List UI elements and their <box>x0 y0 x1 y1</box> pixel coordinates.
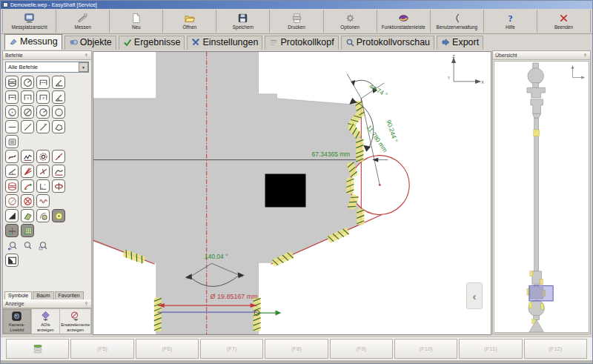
tool-circle-diameter-icon[interactable] <box>21 105 34 119</box>
tab-export[interactable]: Export <box>437 36 483 50</box>
tool-circle-crossed-icon[interactable] <box>21 194 34 208</box>
hatch-group <box>356 150 363 162</box>
tool-plane-black-icon[interactable] <box>5 209 19 222</box>
tool-circle-r-icon[interactable] <box>36 105 50 119</box>
aoi-visibility-button[interactable]: AOIs anzeigen <box>32 309 61 334</box>
toolbar-button-label: Speichern <box>233 24 254 30</box>
view-tab-symbole[interactable]: Symbole <box>4 291 32 300</box>
tool-curve-zigzag-icon[interactable] <box>21 150 34 163</box>
function-key-f6-button[interactable]: (F6) <box>136 339 199 359</box>
tool-waviness-icon[interactable] <box>36 194 50 208</box>
function-key-f11-button[interactable]: (F11) <box>459 339 522 359</box>
tool-cylinder-icon[interactable] <box>5 76 19 89</box>
function-key-f7-button[interactable]: (F7) <box>200 339 263 359</box>
collapse-overview-button[interactable]: ‹ <box>466 282 483 309</box>
zoom-rect-icon[interactable] <box>36 239 50 252</box>
tab-protokollvorschau-icon <box>345 38 354 47</box>
tool-curve-peak-icon <box>54 167 64 176</box>
view-tab-baum[interactable]: Baum <box>33 291 53 300</box>
function-key-f9-button[interactable]: (F9) <box>330 339 393 359</box>
tool-rotation-icon <box>54 182 64 191</box>
function-key-f10-button[interactable]: (F10) <box>394 339 457 359</box>
tool-cylinder-red-icon[interactable] <box>5 179 19 193</box>
tool-circle-radius-icon[interactable] <box>21 76 34 89</box>
hilfe-button[interactable]: ?Hilfe <box>484 10 537 33</box>
tool-distance-z-icon[interactable]: z <box>36 90 50 104</box>
öffnen-button[interactable]: Öffnen <box>163 10 216 33</box>
aoi-visibility-icon <box>40 311 51 322</box>
tool-circle-r-icon <box>39 107 48 117</box>
new-document-icon <box>130 13 142 24</box>
tool-line-horizontal-icon[interactable] <box>5 120 19 133</box>
neu-button[interactable]: Neu <box>110 10 163 33</box>
command-filter-dropdown[interactable]: Alle Befehle ▼ <box>5 62 89 73</box>
messen-button[interactable]: Messen <box>56 10 110 33</box>
tab-messung[interactable]: Messung <box>4 34 62 50</box>
length-dimension-label: 67.34365 mm <box>312 150 351 158</box>
tool-distance-x-icon[interactable] <box>5 90 19 104</box>
function-keys-icon <box>398 13 409 24</box>
pin-icon[interactable] <box>583 53 588 59</box>
zoom-out-icon[interactable] <box>5 239 19 252</box>
pin-icon[interactable] <box>84 301 89 307</box>
tool-axes-icon[interactable]: zx <box>36 179 50 193</box>
benutzerverwaltung-button[interactable]: Benutzerverwaltung <box>431 10 484 33</box>
drucken-button[interactable]: Drucken <box>270 10 323 33</box>
tool-curve-circle-icon[interactable] <box>36 150 50 163</box>
substitute-elements-button[interactable]: Ersatzelemente anzeigen <box>60 309 91 334</box>
measurement-canvas[interactable]: 67.34365 mm 44.74 ° 90.244 ° 11.780 mm 1… <box>93 51 491 335</box>
camera-live-button[interactable]: Kamera-Livebild <box>3 309 32 334</box>
function-key-f5-button[interactable]: (F5) <box>70 339 133 359</box>
zoom-in-icon[interactable] <box>21 239 34 252</box>
tool-circle-center-icon[interactable]: c <box>5 105 19 119</box>
tool-rotation-icon[interactable] <box>52 179 65 193</box>
tab-protokollvorschau[interactable]: Protokollvorschau <box>341 36 434 50</box>
tool-circle-highlight-icon[interactable] <box>52 209 65 222</box>
messplatzansicht-button[interactable]: Messplatzansicht <box>2 10 56 33</box>
title-bar[interactable]: Demowelle.wep - EasyShaft [Service] <box>1 1 592 9</box>
speichern-button[interactable]: Speichern <box>216 10 270 33</box>
tool-distance-icon[interactable] <box>36 76 50 89</box>
shaft-cross-section <box>93 52 361 334</box>
function-key-layers-button[interactable] <box>6 339 69 359</box>
tool-curve-points-icon[interactable] <box>5 150 19 163</box>
tab-einstellungen[interactable]: Einstellungen <box>187 36 262 50</box>
tool-angle-lines-icon[interactable] <box>5 165 19 178</box>
tool-angle-2-icon[interactable] <box>52 90 65 104</box>
overview-viewport[interactable] <box>494 61 589 333</box>
beenden-button[interactable]: Beenden <box>537 10 591 33</box>
view-tab-favoriten[interactable]: Favoriten <box>55 291 84 300</box>
screen-icon[interactable] <box>5 254 19 267</box>
tool-probe-icon[interactable] <box>21 179 34 193</box>
tool-grid: xzczxee <box>3 74 91 268</box>
function-key-f8-button[interactable]: (F8) <box>265 339 328 359</box>
tool-element-list-icon[interactable] <box>5 135 19 148</box>
svg-text:e: e <box>8 231 10 235</box>
tool-angle-icon[interactable] <box>52 76 65 89</box>
tool-sphere-icon[interactable] <box>36 209 50 222</box>
tool-fan-lines-icon[interactable] <box>21 165 34 178</box>
tool-contour-icon[interactable] <box>52 120 65 133</box>
function-key-f12-button[interactable]: (F12) <box>524 339 587 359</box>
chevron-down-icon[interactable]: ▼ <box>79 62 88 72</box>
tool-curve-peak-icon[interactable] <box>52 165 65 178</box>
tool-circle-icon[interactable] <box>52 105 65 119</box>
function-key-label: (F12) <box>549 345 562 352</box>
tool-circle-red-icon[interactable] <box>5 194 19 208</box>
tab-ergebnisse[interactable]: Ergebnisse <box>119 36 185 50</box>
tool-element-e-icon[interactable]: e <box>5 224 19 237</box>
tool-line-diagonal-icon[interactable] <box>21 120 34 133</box>
tool-distance-s-icon[interactable]: x <box>21 90 34 104</box>
hatch-group <box>154 297 162 331</box>
tool-plane-hatch-icon[interactable] <box>21 209 34 222</box>
tool-line-fit-icon[interactable] <box>52 150 65 163</box>
funktionstastenleiste-button[interactable]: Funktionstastenleiste <box>377 10 431 33</box>
tool-line-diagonal-icon <box>23 122 33 132</box>
optionen-button[interactable]: Optionen <box>324 10 377 33</box>
tool-element-table-icon[interactable]: e <box>21 224 34 237</box>
tab-objekte[interactable]: Objekte <box>64 36 116 50</box>
tool-line-strike-icon[interactable] <box>36 165 50 178</box>
tab-protokollkopf[interactable]: Protokollkopf <box>265 36 338 50</box>
tool-line-point-icon[interactable] <box>36 120 50 133</box>
pin-icon[interactable] <box>84 53 89 59</box>
